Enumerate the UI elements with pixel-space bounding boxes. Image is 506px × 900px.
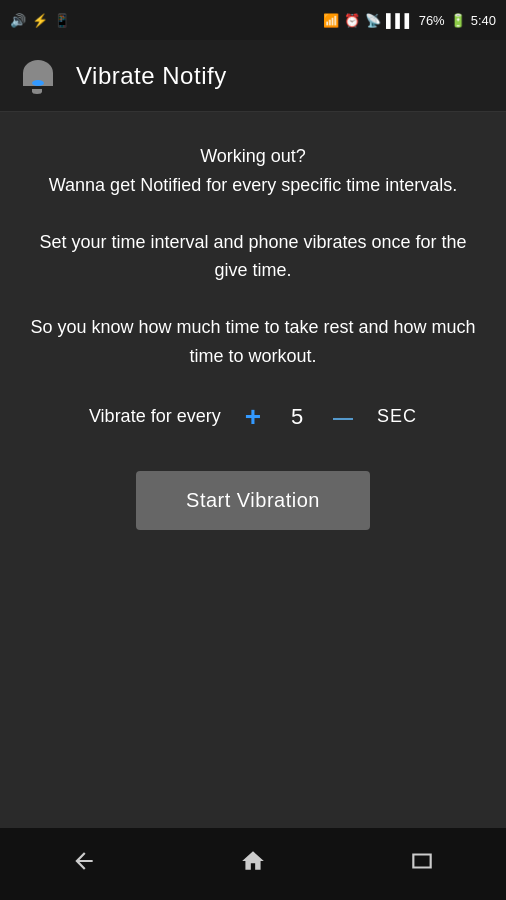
recents-button[interactable] [389, 838, 455, 890]
desc-line2: Wanna get Notified for every specific ti… [24, 171, 482, 200]
recents-icon [409, 848, 435, 880]
bottom-nav [0, 828, 506, 900]
app-icon [16, 54, 60, 98]
desc-line3: Set your time interval and phone vibrate… [24, 228, 482, 286]
status-bar: 🔊 ⚡ 📱 📶 ⏰ 📡 ▌▌▌ 76% 🔋 5:40 [0, 0, 506, 40]
start-button-wrapper: Start Vibration [24, 471, 482, 530]
description-block: Working out? Wanna get Notified for ever… [24, 142, 482, 200]
description-block-2: Set your time interval and phone vibrate… [24, 228, 482, 286]
description-block-3: So you know how much time to take rest a… [24, 313, 482, 371]
vibrate-control: Vibrate for every + 5 — SEC [24, 399, 482, 435]
bars-icon: ▌▌▌ [386, 13, 414, 28]
phone-icon: 📱 [54, 13, 70, 28]
android-icon: 🔊 [10, 13, 26, 28]
back-button[interactable] [51, 838, 117, 890]
back-icon [71, 848, 97, 880]
alarm-icon: ⏰ [344, 13, 360, 28]
usb-icon: ⚡ [32, 13, 48, 28]
sec-label: SEC [377, 406, 417, 427]
desc-line4: So you know how much time to take rest a… [24, 313, 482, 371]
signal-icon: 📶 [323, 13, 339, 28]
wifi-icon: 📡 [365, 13, 381, 28]
desc-line1: Working out? [24, 142, 482, 171]
status-icons-left: 🔊 ⚡ 📱 [10, 13, 70, 28]
battery-icon: 🔋 [450, 13, 466, 28]
home-button[interactable] [220, 838, 286, 890]
vibrate-value: 5 [285, 404, 309, 430]
home-icon [240, 848, 266, 880]
battery-percent: 76% [419, 13, 445, 28]
main-content: Working out? Wanna get Notified for ever… [0, 112, 506, 530]
plus-button[interactable]: + [237, 399, 269, 435]
start-vibration-button[interactable]: Start Vibration [136, 471, 370, 530]
app-title: Vibrate Notify [76, 62, 227, 90]
toolbar: Vibrate Notify [0, 40, 506, 112]
minus-button[interactable]: — [325, 403, 361, 431]
vibrate-label: Vibrate for every [89, 406, 221, 427]
bell-icon [20, 58, 56, 94]
time-display: 5:40 [471, 13, 496, 28]
status-icons-right: 📶 ⏰ 📡 ▌▌▌ 76% 🔋 5:40 [323, 13, 496, 28]
